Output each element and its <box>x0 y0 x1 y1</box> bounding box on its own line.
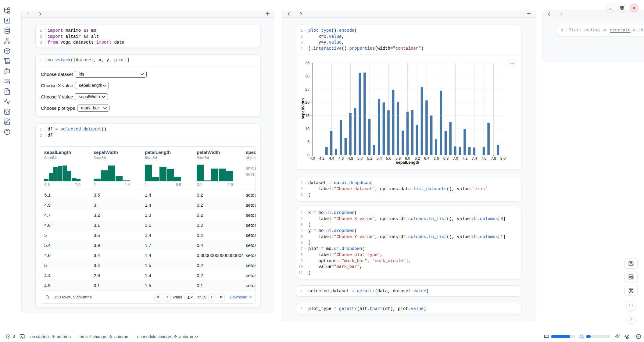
svg-text:6.6: 6.6 <box>434 156 439 161</box>
svg-text:4.6: 4.6 <box>338 156 344 161</box>
svg-text:4.0: 4.0 <box>310 156 315 161</box>
svg-text:5.4: 5.4 <box>377 156 382 161</box>
svg-text:20: 20 <box>305 100 309 104</box>
svg-text:35: 35 <box>305 61 309 65</box>
svg-text:7.2: 7.2 <box>462 156 467 161</box>
svg-text:4.4: 4.4 <box>329 156 334 161</box>
svg-text:15: 15 <box>305 113 309 118</box>
svg-text:25: 25 <box>305 87 309 91</box>
svg-text:7.8: 7.8 <box>491 156 496 161</box>
svg-text:sepalLength: sepalLength <box>396 160 419 165</box>
svg-text:4.2: 4.2 <box>319 156 324 161</box>
svg-text:8.0: 8.0 <box>500 156 506 161</box>
svg-text:5: 5 <box>307 140 309 144</box>
svg-text:10: 10 <box>305 126 309 131</box>
svg-text:5.2: 5.2 <box>367 156 372 161</box>
svg-text:30: 30 <box>305 74 309 78</box>
svg-text:7.6: 7.6 <box>481 156 486 161</box>
svg-text:6.4: 6.4 <box>424 156 429 161</box>
svg-text:4.8: 4.8 <box>348 156 353 161</box>
svg-text:sepalWidth: sepalWidth <box>301 98 305 119</box>
svg-text:6.8: 6.8 <box>443 156 449 161</box>
svg-text:0: 0 <box>307 153 309 157</box>
svg-text:5.6: 5.6 <box>386 156 391 161</box>
svg-text:7.4: 7.4 <box>472 156 477 161</box>
svg-text:5.0: 5.0 <box>357 156 363 161</box>
svg-text:7.0: 7.0 <box>453 156 458 161</box>
